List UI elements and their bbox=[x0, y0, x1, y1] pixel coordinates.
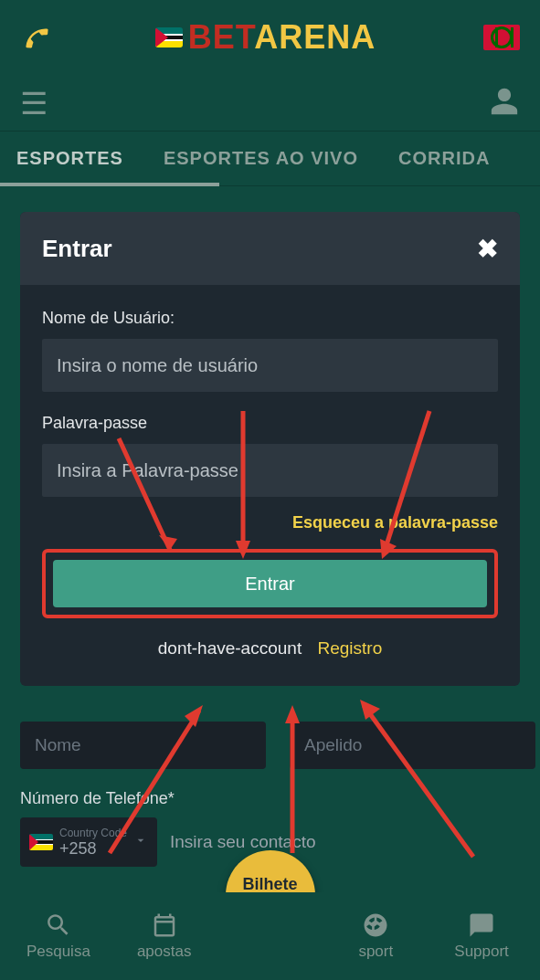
register-background: Número de Telefone* Country Code +258 In… bbox=[20, 722, 520, 867]
forgot-password-link[interactable]: Esqueceu a palavra-passe bbox=[42, 513, 498, 532]
secondary-bar: ☰ bbox=[0, 75, 540, 132]
username-label: Nome de Usuário: bbox=[42, 309, 498, 328]
bottom-bets-label: apostas bbox=[137, 943, 192, 961]
bottom-support[interactable]: Support bbox=[439, 912, 524, 961]
svg-marker-9 bbox=[285, 705, 300, 723]
bottom-search[interactable]: Pesquisa bbox=[16, 912, 101, 961]
logo-text: BETARENA bbox=[188, 18, 376, 57]
chevron-down-icon bbox=[133, 833, 148, 851]
login-highlight-box: Entrar bbox=[42, 549, 498, 618]
modal-header: Entrar ✖ bbox=[20, 212, 520, 285]
country-flag-icon bbox=[29, 834, 53, 850]
chat-icon bbox=[468, 912, 495, 939]
tab-esportes[interactable]: ESPORTES bbox=[16, 148, 123, 169]
country-code-label: Country Code bbox=[59, 827, 127, 838]
password-label: Palavra-passe bbox=[42, 414, 498, 433]
no-account-text: dont-have-account bbox=[158, 638, 302, 658]
user-icon[interactable] bbox=[489, 86, 520, 121]
register-row: dont-have-account Registro bbox=[42, 638, 498, 659]
language-flag-icon[interactable] bbox=[483, 25, 520, 50]
country-code-value: +258 bbox=[59, 840, 127, 857]
bottom-search-label: Pesquisa bbox=[26, 943, 90, 961]
username-input[interactable] bbox=[42, 339, 498, 392]
phone-icon[interactable] bbox=[16, 22, 51, 52]
calendar-icon bbox=[151, 912, 178, 939]
bottom-sport[interactable]: sport bbox=[334, 912, 418, 961]
top-bar: BETARENA bbox=[0, 0, 540, 75]
bottom-nav: Pesquisa apostas x sport Support bbox=[0, 892, 540, 980]
modal-title: Entrar bbox=[42, 235, 112, 263]
tab-underline bbox=[0, 183, 219, 186]
sport-tabs: ESPORTES ESPORTES AO VIVO CORRIDA bbox=[0, 132, 540, 186]
search-icon bbox=[45, 912, 72, 939]
logo-flag-icon bbox=[155, 27, 183, 47]
password-input[interactable] bbox=[42, 444, 498, 497]
login-button[interactable]: Entrar bbox=[53, 560, 487, 607]
bottom-bets[interactable]: apostas bbox=[122, 912, 206, 961]
close-icon[interactable]: ✖ bbox=[477, 234, 498, 264]
contact-placeholder[interactable]: Insira seu contacto bbox=[170, 832, 315, 852]
soccer-icon bbox=[362, 912, 389, 939]
ticket-label: Bilhete bbox=[242, 875, 297, 894]
country-code-select[interactable]: Country Code +258 bbox=[20, 817, 157, 867]
bottom-sport-label: sport bbox=[358, 943, 393, 961]
login-modal: Entrar ✖ Nome de Usuário: Palavra-passe … bbox=[20, 212, 520, 686]
tab-esportes-ao-vivo[interactable]: ESPORTES AO VIVO bbox=[164, 148, 358, 169]
bottom-support-label: Support bbox=[454, 943, 509, 961]
brand-logo[interactable]: BETARENA bbox=[155, 18, 376, 57]
menu-icon[interactable]: ☰ bbox=[20, 85, 48, 121]
last-name-input[interactable] bbox=[290, 722, 535, 769]
register-link[interactable]: Registro bbox=[317, 638, 382, 658]
phone-label: Número de Telefone* bbox=[20, 789, 520, 808]
first-name-input[interactable] bbox=[20, 722, 266, 769]
svg-marker-11 bbox=[360, 700, 380, 720]
tab-corrida[interactable]: CORRIDA bbox=[398, 148, 490, 169]
